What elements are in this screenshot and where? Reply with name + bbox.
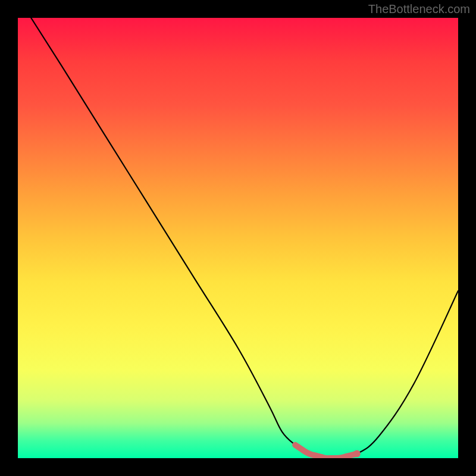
watermark-text: TheBottleneck.com — [368, 2, 470, 16]
flat-region-overlay — [295, 445, 357, 458]
bottleneck-curve — [31, 18, 458, 458]
bottleneck-chart — [18, 18, 458, 458]
curve-marker-dot — [353, 450, 361, 458]
curve-layer — [31, 18, 458, 458]
